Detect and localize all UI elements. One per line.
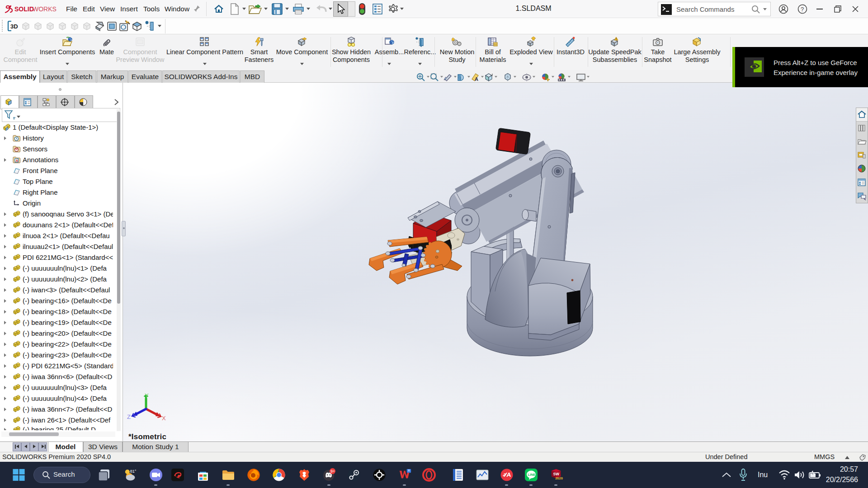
- svg-text:A: A: [16, 159, 19, 163]
- svg-text:SW: SW: [553, 472, 559, 476]
- svg-text:LINE: LINE: [528, 473, 536, 477]
- svg-text:81°: 81°: [130, 469, 137, 474]
- svg-text:X: X: [162, 415, 166, 422]
- svg-text:2020: 2020: [555, 476, 563, 480]
- svg-text:Y: Y: [145, 392, 149, 399]
- svg-text:9+: 9+: [330, 469, 335, 474]
